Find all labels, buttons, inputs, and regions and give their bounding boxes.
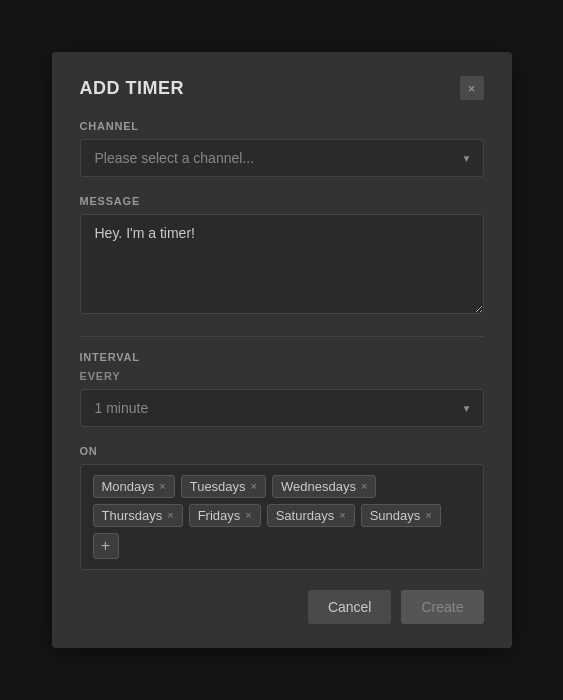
every-label: EVERY — [80, 370, 484, 382]
divider — [80, 336, 484, 337]
add-day-button[interactable]: + — [93, 533, 119, 559]
day-tag: Mondays× — [93, 475, 175, 498]
on-label: ON — [80, 445, 484, 457]
day-tag: Wednesdays× — [272, 475, 376, 498]
on-section: ON Mondays×Tuesdays×Wednesdays×Thursdays… — [80, 445, 484, 570]
day-tag-label: Thursdays — [102, 508, 163, 523]
channel-select[interactable]: Please select a channel... — [80, 139, 484, 177]
modal-dialog: ADD TIMER × CHANNEL Please select a chan… — [52, 52, 512, 648]
day-remove-button[interactable]: × — [159, 481, 165, 492]
day-tag-label: Fridays — [198, 508, 241, 523]
close-button[interactable]: × — [460, 76, 484, 100]
cancel-button[interactable]: Cancel — [308, 590, 392, 624]
day-tag: Sundays× — [361, 504, 441, 527]
channel-select-wrapper: Please select a channel... — [80, 139, 484, 177]
day-remove-button[interactable]: × — [245, 510, 251, 521]
day-tag-label: Wednesdays — [281, 479, 356, 494]
create-button[interactable]: Create — [401, 590, 483, 624]
modal-title: ADD TIMER — [80, 78, 185, 99]
channel-label: CHANNEL — [80, 120, 484, 132]
interval-select-wrapper: 1 minute5 minutes10 minutes30 minutes1 h… — [80, 389, 484, 427]
day-tag: Thursdays× — [93, 504, 183, 527]
day-tag: Saturdays× — [267, 504, 355, 527]
day-tag-label: Tuesdays — [190, 479, 246, 494]
day-remove-button[interactable]: × — [361, 481, 367, 492]
day-tag-label: Saturdays — [276, 508, 335, 523]
modal-footer: Cancel Create — [80, 590, 484, 624]
channel-field-group: CHANNEL Please select a channel... — [80, 120, 484, 177]
day-tag: Fridays× — [189, 504, 261, 527]
day-tag: Tuesdays× — [181, 475, 266, 498]
day-remove-button[interactable]: × — [425, 510, 431, 521]
day-remove-button[interactable]: × — [251, 481, 257, 492]
day-tag-label: Sundays — [370, 508, 421, 523]
message-field-group: MESSAGE Hey. I'm a timer! — [80, 195, 484, 318]
modal-header: ADD TIMER × — [80, 76, 484, 100]
day-tag-label: Mondays — [102, 479, 155, 494]
interval-label: INTERVAL — [80, 351, 484, 363]
interval-select[interactable]: 1 minute5 minutes10 minutes30 minutes1 h… — [80, 389, 484, 427]
days-container: Mondays×Tuesdays×Wednesdays×Thursdays×Fr… — [80, 464, 484, 570]
day-remove-button[interactable]: × — [167, 510, 173, 521]
day-remove-button[interactable]: × — [339, 510, 345, 521]
message-label: MESSAGE — [80, 195, 484, 207]
message-textarea[interactable]: Hey. I'm a timer! — [80, 214, 484, 314]
interval-field-group: INTERVAL EVERY 1 minute5 minutes10 minut… — [80, 351, 484, 427]
